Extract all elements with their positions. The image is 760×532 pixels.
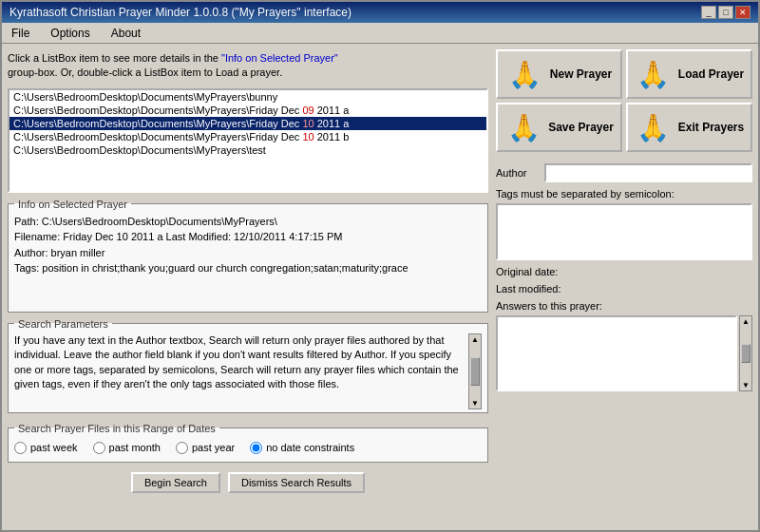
- radio-no-constraint[interactable]: no date constraints: [250, 442, 354, 454]
- exit-prayers-icon: 🙏: [635, 108, 673, 146]
- bottom-buttons: Begin Search Dismiss Search Results: [8, 468, 488, 497]
- list-item[interactable]: C:\Users\BedroomDesktop\Documents\MyPray…: [10, 143, 486, 157]
- info-path: Path: C:\Users\BedroomDesktop\Documents\…: [14, 214, 482, 230]
- list-item[interactable]: C:\Users\BedroomDesktop\Documents\MyPray…: [10, 117, 486, 130]
- new-prayer-icon: 🙏: [506, 55, 544, 93]
- search-params-title: Search Parameters: [14, 318, 112, 330]
- date-range-title: Search Prayer Files in this Range of Dat…: [14, 423, 219, 434]
- menu-file[interactable]: File: [6, 25, 35, 42]
- minimize-button[interactable]: _: [701, 6, 716, 19]
- maximize-button[interactable]: □: [718, 6, 733, 19]
- answers-label: Answers to this prayer:: [496, 300, 752, 312]
- close-button[interactable]: ✕: [735, 6, 750, 19]
- right-panel: 🙏 New Prayer 🙏 Load Prayer 🙏 Save Prayer…: [496, 49, 752, 528]
- radio-past-week[interactable]: past week: [14, 442, 78, 454]
- date-range-group: Search Prayer Files in this Range of Dat…: [8, 423, 488, 463]
- menu-about[interactable]: About: [105, 25, 146, 42]
- info-group: Info on Selected Prayer Path: C:\Users\B…: [8, 199, 488, 313]
- answers-textarea[interactable]: [496, 315, 737, 391]
- main-content: Click a ListBox item to see more details…: [2, 44, 758, 532]
- answers-scrollbar[interactable]: ▲ ▼: [739, 315, 752, 391]
- search-params-scrollbar[interactable]: ▲ ▼: [468, 333, 482, 409]
- right-form: Author Tags must be separated by semicol…: [496, 163, 752, 391]
- exit-prayers-button[interactable]: 🙏 Exit Prayers: [626, 103, 752, 152]
- author-row: Author: [496, 163, 752, 182]
- info-tags: Tags: position in christ;thank you;guard…: [14, 260, 482, 276]
- search-params-description: If you have any text in the Author textb…: [14, 333, 465, 409]
- radio-past-year[interactable]: past year: [176, 442, 235, 454]
- list-item[interactable]: C:\Users\BedroomDesktop\Documents\MyPray…: [10, 90, 486, 104]
- info-author: Author: bryan miller: [14, 245, 482, 261]
- radio-no-constraint-input[interactable]: [250, 442, 262, 454]
- dismiss-results-button[interactable]: Dismiss Search Results: [228, 472, 365, 493]
- info-filename: Filename: Friday Dec 10 2011 a Last Modi…: [14, 229, 482, 245]
- radio-past-week-input[interactable]: [14, 442, 27, 454]
- begin-search-button[interactable]: Begin Search: [131, 472, 220, 493]
- info-group-title: Info on Selected Prayer: [14, 199, 131, 210]
- file-list[interactable]: C:\Users\BedroomDesktop\Documents\MyPray…: [8, 88, 488, 193]
- list-item[interactable]: C:\Users\BedroomDesktop\Documents\MyPray…: [10, 104, 486, 117]
- radio-past-month[interactable]: past month: [93, 442, 161, 454]
- menu-options[interactable]: Options: [45, 25, 95, 42]
- load-prayer-button[interactable]: 🙏 Load Prayer: [626, 49, 752, 99]
- action-buttons: 🙏 New Prayer 🙏 Load Prayer 🙏 Save Prayer…: [496, 49, 752, 152]
- load-prayer-icon: 🙏: [635, 55, 673, 93]
- new-prayer-button[interactable]: 🙏 New Prayer: [496, 49, 622, 99]
- tags-note: Tags must be separated by semicolon:: [496, 188, 752, 200]
- menu-bar: File Options About: [2, 23, 758, 44]
- window-title: Kyrathasoft Christian Prayer Minder 1.0.…: [10, 6, 352, 19]
- save-prayer-icon: 🙏: [504, 108, 542, 146]
- radio-past-year-input[interactable]: [176, 442, 188, 454]
- instruction-text: Click a ListBox item to see more details…: [8, 49, 488, 83]
- last-modified-label: Last modified:: [496, 283, 752, 294]
- search-params-group: Search Parameters If you have any text i…: [8, 318, 488, 413]
- author-input[interactable]: [544, 163, 752, 182]
- left-panel: Click a ListBox item to see more details…: [8, 49, 488, 528]
- tags-textarea[interactable]: [496, 203, 752, 260]
- title-bar: Kyrathasoft Christian Prayer Minder 1.0.…: [2, 2, 758, 23]
- radio-past-month-input[interactable]: [93, 442, 105, 454]
- author-label: Author: [496, 167, 539, 179]
- save-prayer-button[interactable]: 🙏 Save Prayer: [496, 103, 622, 152]
- info-content: Path: C:\Users\BedroomDesktop\Documents\…: [14, 214, 482, 276]
- list-item[interactable]: C:\Users\BedroomDesktop\Documents\MyPray…: [10, 130, 486, 143]
- radio-group: past week past month past year no date c…: [14, 438, 482, 458]
- original-date-label: Original date:: [496, 266, 752, 277]
- title-bar-buttons: _ □ ✕: [701, 6, 750, 19]
